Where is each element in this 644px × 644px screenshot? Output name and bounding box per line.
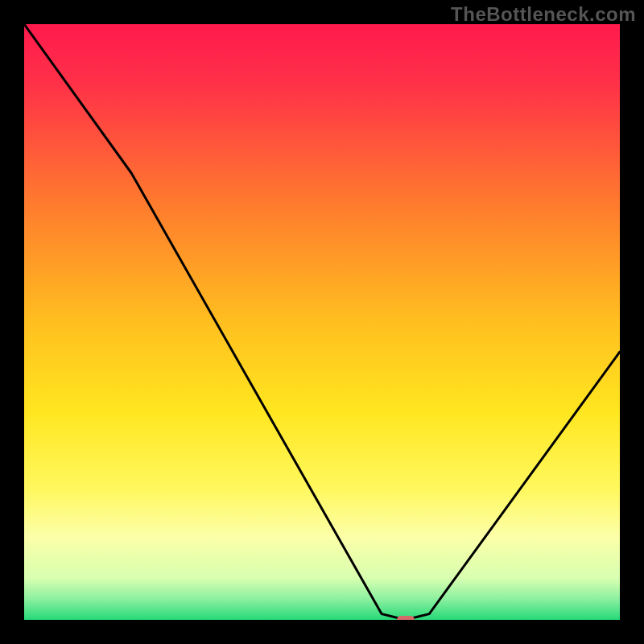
plot-area xyxy=(24,24,620,620)
chart-frame: TheBottleneck.com xyxy=(0,0,644,644)
bottleneck-curve-path xyxy=(24,24,620,620)
optimum-marker xyxy=(397,616,415,620)
watermark-text: TheBottleneck.com xyxy=(451,3,636,26)
bottleneck-curve-svg xyxy=(24,24,620,620)
